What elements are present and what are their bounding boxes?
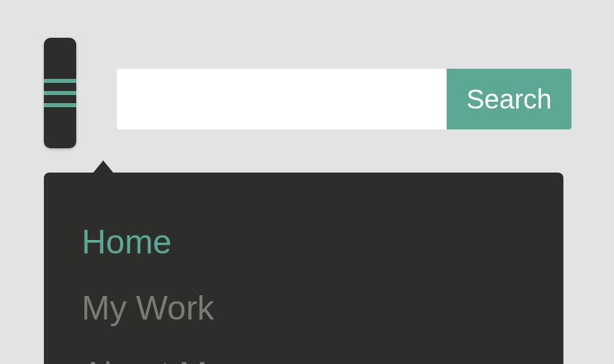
hamburger-icon — [44, 79, 76, 107]
search-button[interactable]: Search — [447, 69, 571, 129]
nav-item-home[interactable]: Home — [82, 209, 526, 275]
nav-dropdown: Home My Work About Me — [44, 173, 563, 364]
hamburger-menu-button[interactable] — [44, 38, 76, 148]
search-form: Search — [117, 69, 571, 129]
nav-item-about-me[interactable]: About Me — [82, 341, 526, 364]
nav-item-my-work[interactable]: My Work — [82, 275, 526, 341]
search-input[interactable] — [117, 69, 447, 129]
